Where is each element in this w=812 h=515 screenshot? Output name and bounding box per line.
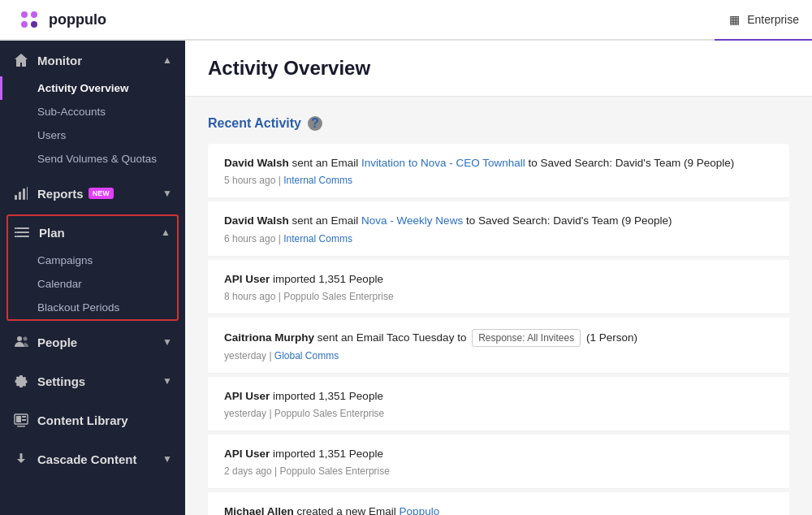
sidebar-item-campaigns[interactable]: Campaigns [8, 249, 177, 272]
svg-rect-21 [20, 453, 23, 459]
page-title: Activity Overview [208, 57, 789, 80]
svg-point-1 [31, 11, 37, 18]
people-label: People [37, 335, 77, 349]
activity-actor: David Walsh [224, 157, 289, 169]
nav-section-people: People ▼ [0, 322, 185, 361]
content-library-label: Content Library [37, 413, 128, 427]
activity-text: Caitriona Murphy sent an Email Taco Tues… [224, 329, 773, 347]
activity-channel: Poppulo Sales Enterprise [283, 291, 393, 302]
poppulo-logo-icon [16, 6, 42, 32]
activity-meta: 8 hours ago | Poppulo Sales Enterprise [224, 291, 773, 302]
page-header: Activity Overview [185, 41, 812, 97]
activity-actor: API User [224, 448, 270, 460]
reports-icon [13, 185, 29, 201]
nav-section-cascade-content: Cascade Content ▼ [0, 439, 185, 478]
nav-section-monitor: Monitor ▲ Activity Overview Sub-Accounts… [0, 41, 185, 174]
activity-time: 2 days ago [224, 465, 272, 477]
main-content: Activity Overview Recent Activity ? Davi… [185, 41, 812, 515]
activity-item: David Walsh sent an Email Invitation to … [208, 144, 789, 198]
activity-link[interactable]: Nova - Weekly News [361, 214, 463, 227]
recent-activity-section: Recent Activity ? [208, 116, 789, 131]
activity-actor: API User [224, 390, 270, 402]
sidebar-item-sub-accounts[interactable]: Sub-Accounts [0, 100, 185, 123]
activity-channel: Poppulo Sales Enterprise [274, 408, 384, 419]
svg-point-0 [21, 11, 28, 18]
activity-list: David Walsh sent an Email Invitation to … [208, 144, 789, 515]
nav-section-settings: Settings ▼ [0, 361, 185, 400]
sidebar-item-blackout-periods[interactable]: Blackout Periods [8, 296, 177, 319]
main-layout: Monitor ▲ Activity Overview Sub-Accounts… [0, 41, 812, 515]
svg-rect-4 [15, 195, 17, 200]
activity-item: Michael Allen created a new Email Poppul… [208, 492, 789, 515]
svg-rect-6 [23, 188, 25, 200]
activity-actor: Michael Allen [224, 505, 294, 515]
svg-rect-12 [15, 232, 16, 233]
sidebar-item-users[interactable]: Users [0, 123, 185, 147]
activity-item: API User imported 1,351 People 2 days ag… [208, 435, 789, 489]
svg-rect-11 [15, 227, 16, 229]
help-icon[interactable]: ? [308, 116, 322, 131]
activity-link[interactable]: Poppulo [400, 505, 440, 515]
svg-point-15 [24, 337, 28, 341]
nav-section-content-library: Content Library [0, 400, 185, 439]
activity-time: 8 hours ago [224, 291, 275, 302]
svg-rect-9 [16, 232, 29, 233]
activity-meta: 2 days ago | Poppulo Sales Enterprise [224, 465, 773, 477]
reports-new-badge: NEW [89, 188, 114, 199]
activity-item: API User imported 1,351 People yesterday… [208, 377, 789, 431]
recent-activity-label: Recent Activity [208, 116, 301, 131]
activity-channel: Poppulo Sales Enterprise [280, 465, 390, 477]
nav-group-settings[interactable]: Settings ▼ [0, 365, 185, 397]
cascade-content-label: Cascade Content [37, 452, 137, 466]
activity-text: API User imported 1,351 People [224, 388, 773, 405]
activity-item: API User imported 1,351 People 8 hours a… [208, 260, 789, 314]
nav-group-monitor[interactable]: Monitor ▲ [0, 44, 185, 76]
activity-time: 6 hours ago [224, 233, 275, 245]
svg-rect-7 [27, 187, 28, 200]
enterprise-button[interactable]: ▦ Enterprise [729, 13, 799, 26]
nav-section-plan: Plan ▲ Campaigns Calendar Blackout Perio… [6, 214, 179, 321]
people-chevron: ▼ [162, 336, 172, 348]
monitor-label: Monitor [37, 54, 82, 67]
activity-actor: David Walsh [224, 214, 289, 227]
logo-text: poppulo [49, 11, 106, 28]
svg-rect-5 [19, 192, 21, 200]
activity-time: yesterday [224, 408, 266, 419]
activity-text: David Walsh sent an Email Nova - Weekly … [224, 213, 773, 229]
people-icon [13, 334, 29, 350]
nav-group-content-library[interactable]: Content Library [0, 404, 185, 436]
activity-meta: yesterday | Global Comms [224, 350, 773, 361]
monitor-chevron: ▲ [162, 54, 172, 66]
activity-channel[interactable]: Internal Comms [283, 233, 352, 245]
activity-actor: API User [224, 273, 270, 285]
activity-meta: 6 hours ago | Internal Comms [224, 233, 773, 245]
nav-group-people[interactable]: People ▼ [0, 326, 185, 358]
settings-icon [13, 373, 29, 389]
activity-actor: Caitriona Murphy [224, 331, 314, 344]
activity-channel[interactable]: Global Comms [274, 350, 339, 361]
activity-link[interactable]: Invitation to Nova - CEO Townhall [361, 157, 525, 169]
activity-meta: yesterday | Poppulo Sales Enterprise [224, 408, 773, 419]
sidebar: Monitor ▲ Activity Overview Sub-Accounts… [0, 41, 185, 515]
enterprise-label: Enterprise [747, 13, 799, 26]
settings-label: Settings [37, 374, 85, 388]
activity-text: API User imported 1,351 People [224, 446, 773, 462]
settings-chevron: ▼ [162, 375, 172, 387]
nav-group-plan[interactable]: Plan ▲ [8, 216, 177, 249]
activity-item: Caitriona Murphy sent an Email Taco Tues… [208, 318, 789, 374]
top-bar: poppulo ▦ Enterprise [0, 0, 812, 41]
svg-rect-20 [17, 426, 25, 427]
home-icon [13, 52, 29, 68]
sidebar-item-calendar[interactable]: Calendar [8, 272, 177, 296]
content-library-icon [13, 412, 29, 428]
svg-point-2 [21, 21, 28, 28]
svg-point-14 [17, 336, 22, 341]
nav-group-cascade-content[interactable]: Cascade Content ▼ [0, 443, 185, 475]
sidebar-item-send-volumes[interactable]: Send Volumes & Quotas [0, 147, 185, 171]
activity-channel[interactable]: Internal Comms [283, 175, 352, 186]
grid-icon: ▦ [729, 13, 742, 26]
nav-group-reports[interactable]: Reports NEW ▼ [0, 177, 185, 210]
nav-section-reports: Reports NEW ▼ [0, 174, 185, 213]
logo: poppulo [16, 6, 106, 32]
sidebar-item-activity-overview[interactable]: Activity Overview [0, 76, 185, 100]
